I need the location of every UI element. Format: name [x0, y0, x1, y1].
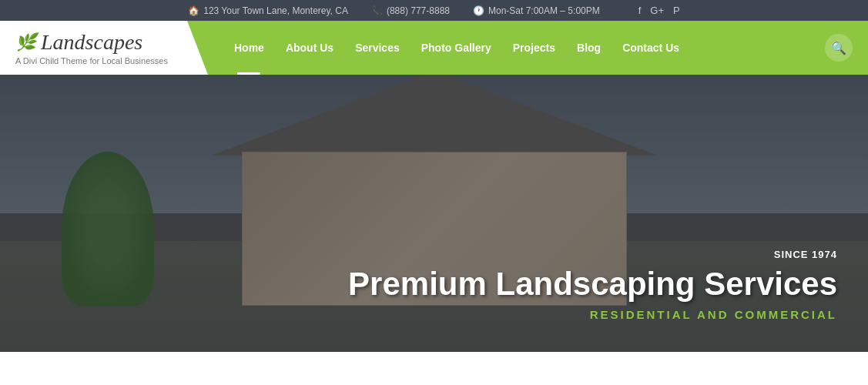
hero-section: SINCE 1974 Premium Landscaping Services … — [0, 75, 868, 352]
search-button[interactable]: 🔍 — [825, 34, 853, 62]
phone-icon: 📞 — [371, 5, 383, 16]
nav-item-contact[interactable]: Contact Us — [612, 21, 690, 75]
since-text: SINCE 1974 — [348, 249, 837, 260]
nav-item-about[interactable]: About Us — [275, 21, 344, 75]
nav-link-gallery[interactable]: Photo Gallery — [421, 42, 491, 54]
header: 🌿 Landscapes A Divi Child Theme for Loca… — [0, 21, 868, 75]
nav-link-about[interactable]: About Us — [286, 42, 333, 54]
leaf-icon: 🌿 — [15, 32, 36, 52]
hero-subtitle: RESIDENTIAL AND COMMERCIAL — [348, 308, 837, 321]
nav-link-blog[interactable]: Blog — [577, 42, 601, 54]
googleplus-link[interactable]: G+ — [650, 5, 664, 16]
facebook-link[interactable]: f — [638, 5, 642, 16]
nav-link-contact[interactable]: Contact Us — [622, 42, 679, 54]
phone-text: (888) 777-8888 — [387, 5, 450, 16]
nav-item-services[interactable]: Services — [344, 21, 411, 75]
logo-subtitle: A Divi Child Theme for Local Businesses — [15, 56, 169, 65]
hero-content: SINCE 1974 Premium Landscaping Services … — [348, 249, 837, 321]
nav-link-projects[interactable]: Projects — [513, 42, 555, 54]
hours-item: 🕐 Mon-Sat 7:00AM – 5:00PM — [473, 5, 600, 16]
nav-items: Home About Us Services Photo Gallery Pro… — [223, 21, 690, 75]
nav-item-projects[interactable]: Projects — [502, 21, 566, 75]
home-icon: 🏠 — [188, 5, 199, 16]
main-nav: Home About Us Services Photo Gallery Pro… — [208, 21, 868, 75]
nav-item-gallery[interactable]: Photo Gallery — [411, 21, 502, 75]
hours-text: Mon-Sat 7:00AM – 5:00PM — [488, 5, 600, 16]
address-item: 🏠 123 Your Town Lane, Monterey, CA — [188, 5, 348, 16]
address-text: 123 Your Town Lane, Monterey, CA — [203, 5, 348, 16]
logo-area: 🌿 Landscapes A Divi Child Theme for Loca… — [0, 21, 208, 75]
clock-icon: 🕐 — [473, 5, 484, 16]
top-bar: 🏠 123 Your Town Lane, Monterey, CA 📞 (88… — [0, 0, 868, 21]
phone-item: 📞 (888) 777-8888 — [371, 5, 450, 16]
nav-link-home[interactable]: Home — [234, 42, 264, 54]
social-links: f G+ P — [638, 5, 680, 16]
nav-item-home[interactable]: Home — [223, 21, 275, 75]
pinterest-link[interactable]: P — [673, 5, 680, 16]
logo-title[interactable]: 🌿 Landscapes — [15, 30, 169, 55]
logo-text: Landscapes — [41, 30, 142, 55]
hero-title: Premium Landscaping Services — [348, 266, 837, 302]
nav-item-blog[interactable]: Blog — [566, 21, 612, 75]
nav-link-services[interactable]: Services — [355, 42, 400, 54]
